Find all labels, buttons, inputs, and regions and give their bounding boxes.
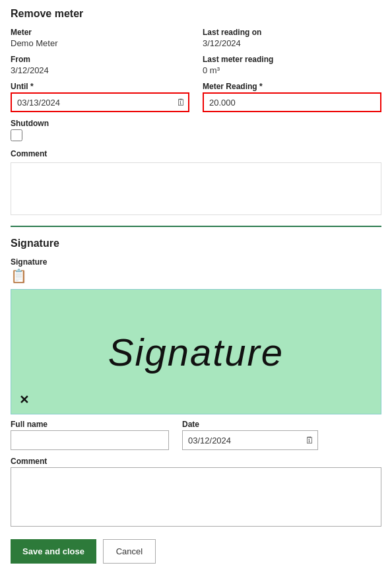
from-value: 3/12/2024 — [11, 65, 189, 75]
signature-label: Signature — [11, 257, 381, 267]
full-name-col: Full name — [11, 420, 169, 450]
meter-label: Meter — [11, 28, 189, 37]
shutdown-checkbox[interactable] — [11, 129, 22, 141]
meter-reading-wrapper — [203, 92, 381, 112]
file-icon[interactable]: 📋 — [11, 268, 27, 284]
last-reading-label: Last reading on — [203, 28, 381, 37]
meter-reading-input[interactable] — [203, 92, 381, 112]
meter-reading-label: Meter Reading * — [203, 82, 381, 91]
from-label: From — [11, 55, 189, 64]
signature-icon-row: 📋 — [11, 268, 381, 284]
full-name-label: Full name — [11, 420, 169, 429]
sig-date-label: Date — [182, 420, 318, 429]
signature-x-mark[interactable]: ✕ — [19, 393, 29, 407]
page-title: Remove meter — [11, 8, 381, 20]
until-label: Until * — [11, 82, 189, 91]
section-divider — [11, 226, 381, 227]
save-and-close-button[interactable]: Save and close — [11, 539, 96, 564]
signature-pad[interactable]: Signature ✕ — [11, 289, 381, 414]
button-row: Save and close Cancel — [11, 539, 381, 572]
sig-comment-section: Comment — [11, 457, 381, 529]
full-name-input[interactable] — [11, 430, 169, 450]
signature-section-title: Signature — [11, 238, 381, 249]
cancel-button[interactable]: Cancel — [103, 539, 156, 564]
sig-date-col: Date 🗓 — [182, 420, 318, 450]
comment-label: Comment — [11, 149, 381, 158]
meter-value: Demo Meter — [11, 38, 189, 48]
sig-comment-label: Comment — [11, 457, 381, 466]
until-input[interactable] — [11, 92, 189, 112]
signature-section: Signature Signature 📋 Signature ✕ Full n… — [11, 238, 381, 529]
sig-comment-textarea[interactable] — [11, 467, 381, 527]
last-meter-reading-value: 0 m³ — [203, 65, 381, 75]
signature-handwriting: Signature — [108, 330, 284, 374]
last-meter-reading-label: Last meter reading — [203, 55, 381, 64]
last-reading-value: 3/12/2024 — [203, 38, 381, 48]
sig-date-input[interactable] — [182, 430, 318, 450]
sig-date-wrapper: 🗓 — [182, 430, 318, 450]
shutdown-label: Shutdown — [11, 119, 381, 128]
comment-textarea[interactable] — [11, 162, 381, 215]
sig-name-date-row: Full name Date 🗓 — [11, 420, 381, 450]
